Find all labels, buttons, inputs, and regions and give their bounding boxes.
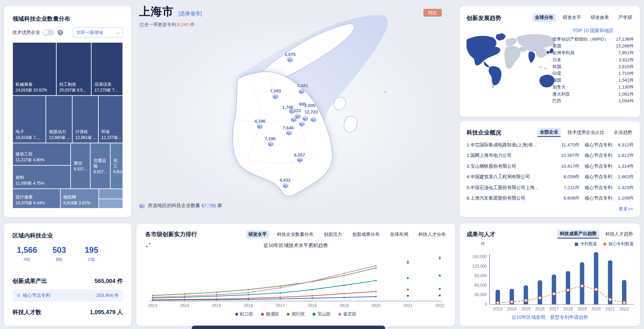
changxing-island[interactable] [334, 97, 346, 110]
point-宝山区-2017[interactable] [280, 292, 281, 293]
point-嘉定区-2020[interactable] [375, 265, 377, 266]
enterprise-cube-marker[interactable] [273, 94, 279, 101]
point-嘉定区-2021[interactable] [407, 260, 409, 262]
core-point-2022[interactable] [623, 301, 626, 304]
enterprise-name[interactable]: 6.上海汽车集团股份有限公司 [467, 195, 555, 201]
point-宝山区-2021[interactable] [407, 277, 409, 279]
point-杨浦区-2022[interactable] [439, 288, 441, 290]
point-嘉定区-2015[interactable] [216, 294, 217, 295]
enterprise-name[interactable]: 4.中国建筑第八工程局有限公司 [467, 174, 555, 180]
more-link[interactable]: 更多>> [619, 206, 633, 212]
treemap-cell-建筑工程[interactable]: 建筑工程11,227家 4.80% [13, 143, 71, 165]
point-虹口区-2022[interactable] [439, 294, 441, 296]
ranking-tab-3[interactable]: 创新活力 [321, 230, 344, 239]
point-闵行区-2019[interactable] [343, 275, 345, 276]
enterprise-cube-marker[interactable] [297, 157, 303, 164]
ranking-tab-2[interactable]: 科技企业数量分布 [274, 230, 316, 239]
point-闵行区-2014[interactable] [184, 293, 185, 294]
bar-2017[interactable] [552, 274, 556, 304]
treemap-cell-化工[interactable]: 化工9,618... [110, 143, 123, 189]
point-宝山区-2016[interactable] [248, 294, 249, 295]
legend-item-宝山区[interactable]: 宝山区 [312, 311, 331, 317]
bar-2016[interactable] [538, 280, 542, 304]
bar-2018[interactable] [566, 271, 570, 304]
patent-count-label[interactable]: 3,881 [297, 83, 308, 88]
point-杨浦区-2013[interactable] [152, 299, 153, 301]
hengsha-island[interactable] [344, 116, 357, 132]
ranking-tab-1[interactable]: 研发水平 [246, 230, 269, 239]
achievement-tab-1[interactable]: 科技成果产出趋势 [557, 230, 599, 239]
enterprise-cube-marker[interactable] [286, 130, 292, 137]
core-point-2016[interactable] [538, 296, 541, 299]
point-杨浦区-2018[interactable] [311, 295, 313, 296]
point-闵行区-2016[interactable] [248, 289, 249, 290]
point-宝山区-2022[interactable] [439, 274, 441, 276]
core-node-patent-row[interactable]: ① 核心节点专利 253,954 件 [13, 289, 123, 302]
point-杨浦区-2016[interactable] [248, 297, 249, 299]
core-point-2018[interactable] [567, 289, 569, 291]
treemap-cell-环保[interactable]: 环保12,137家... [98, 96, 123, 143]
innovation-tab-1[interactable]: 全球分布 [533, 14, 556, 22]
core-point-2015[interactable] [525, 299, 527, 302]
bar-2022[interactable] [622, 280, 626, 304]
patent-count-label[interactable]: 2,075 [285, 52, 296, 57]
treemap-cell-计算机[interactable]: 计算机12,961家 ... [72, 96, 98, 143]
point-宝山区-2020[interactable] [375, 280, 377, 281]
patent-count-label[interactable]: 12,723 [304, 109, 318, 115]
point-杨浦区-2019[interactable] [343, 293, 345, 294]
enterprise-cube-marker[interactable] [257, 124, 263, 131]
enterprise-tab-1[interactable]: 全部企业 [537, 128, 561, 137]
enterprise-cube-marker[interactable] [291, 117, 297, 124]
point-嘉定区-2019[interactable] [343, 273, 345, 274]
bar-2019[interactable] [580, 262, 584, 304]
legend-item-嘉定区[interactable]: 嘉定区 [338, 311, 357, 317]
ranking-tab-4[interactable]: 创新成果分布 [350, 230, 382, 239]
point-闵行区-2017[interactable] [280, 285, 281, 287]
patent-count-label[interactable]: 4,196 [254, 119, 266, 124]
point-杨浦区-2021[interactable] [407, 289, 409, 291]
point-嘉定区-2017[interactable] [280, 287, 281, 288]
patent-count-label[interactable]: 4,432 [280, 178, 291, 183]
legend-item-闵行区[interactable]: 闵行区 [287, 311, 305, 317]
patent-count-label[interactable]: 7,646 [283, 125, 294, 130]
enterprise-cube-marker[interactable] [299, 121, 305, 128]
patent-count-label[interactable]: 6,557 [294, 152, 305, 158]
treemap-cell-机械装备[interactable]: 机械装备24,816家 10.62% [13, 42, 56, 96]
patent-count-label[interactable]: 1,122 [290, 108, 301, 113]
point-嘉定区-2016[interactable] [248, 292, 249, 293]
legend-item-杨浦区[interactable]: 杨浦区 [261, 311, 279, 317]
point-杨浦区-2015[interactable] [216, 298, 217, 300]
treemap-cell-交通运输[interactable]: 交通运输9,627... [90, 143, 110, 189]
patent-count-label[interactable]: 7,093 [270, 88, 281, 94]
treemap-cell-blank-14[interactable] [99, 189, 123, 199]
point-虹口区-2018[interactable] [311, 297, 313, 299]
treemap-cell-医疗健康[interactable]: 医疗健康10,370家 4.44% [13, 189, 60, 208]
enterprise-cube-marker[interactable] [287, 57, 293, 64]
treemap-cell-blank-15[interactable] [99, 199, 123, 208]
treemap-cell-材料[interactable]: 材料11,099家 4.75% [13, 165, 71, 189]
enterprise-name[interactable]: 5.中国石油化工股份有限公司上海... [467, 185, 555, 191]
point-虹口区-2017[interactable] [280, 298, 281, 300]
treemap-cell-仪器仪表[interactable]: 仪器仪表17,278家 7... [91, 42, 123, 96]
legend-item-虹口区[interactable]: 虹口区 [235, 311, 253, 317]
point-宝山区-2015[interactable] [216, 295, 217, 297]
point-虹口区-2020[interactable] [375, 296, 377, 297]
ranking-tab-6[interactable]: 科技人才分布 [416, 230, 448, 239]
point-闵行区-2020[interactable] [375, 267, 377, 269]
point-嘉定区-2013[interactable] [152, 296, 153, 298]
core-point-2019[interactable] [581, 285, 583, 287]
treemap-cell-能源动力[interactable]: 能源动力13,680家 ... [46, 96, 72, 143]
innovation-tab-3[interactable]: 研发效率 [588, 14, 611, 22]
core-point-2020[interactable] [595, 288, 598, 291]
treemap-cell-通信[interactable]: 通信9,937... [71, 143, 91, 189]
select-province-link[interactable]: [选择省市] [178, 11, 202, 17]
core-point-2017[interactable] [553, 292, 555, 295]
enterprise-tab-2[interactable]: 技术优势企业占比 [565, 128, 607, 137]
point-闵行区-2015[interactable] [216, 291, 217, 293]
enterprise-name[interactable]: 3.宝山钢铁股份有限公司 [467, 163, 555, 169]
point-虹口区-2019[interactable] [343, 297, 345, 298]
point-嘉定区-2018[interactable] [311, 281, 313, 282]
point-杨浦区-2020[interactable] [375, 291, 377, 292]
core-point-2013[interactable] [496, 302, 499, 304]
point-嘉定区-2014[interactable] [184, 295, 185, 297]
